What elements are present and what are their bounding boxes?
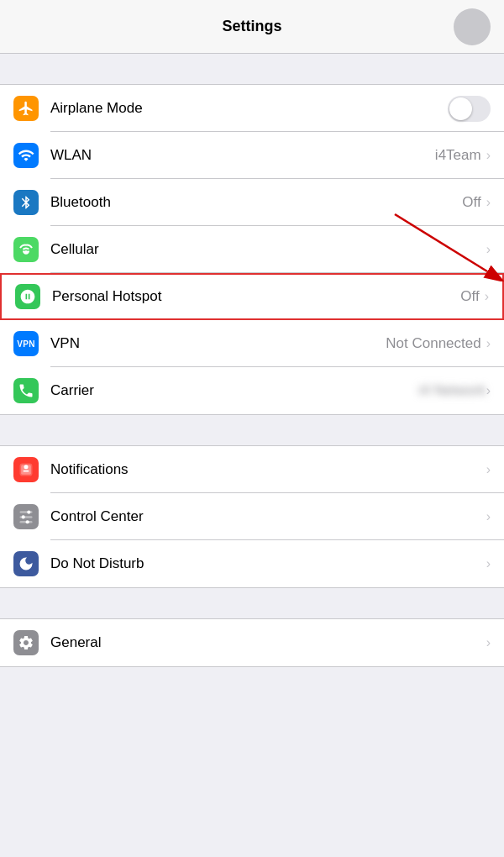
carrier-chevron: › (486, 383, 491, 398)
general-group: General › (0, 618, 504, 667)
cellular-chevron: › (486, 242, 491, 257)
wlan-chevron: › (486, 148, 491, 163)
personal-hotspot-label: Personal Hotspot (52, 288, 460, 305)
cellular-row[interactable]: Cellular › (0, 226, 504, 273)
general-row[interactable]: General › (0, 619, 504, 666)
system-group: Notifications › Control Center › Do Not … (0, 445, 504, 588)
bluetooth-chevron: › (486, 195, 491, 210)
section-gap-top (0, 54, 504, 84)
vpn-label: VPN (50, 335, 386, 352)
airplane-mode-icon (13, 96, 39, 121)
svg-rect-5 (24, 471, 29, 472)
personal-hotspot-row[interactable]: Personal Hotspot Off › (0, 273, 504, 320)
header: Settings (0, 0, 504, 54)
toggle-knob (449, 97, 472, 120)
wlan-row[interactable]: WLAN i4Team › (0, 132, 504, 179)
section-gap-bottom (0, 667, 504, 697)
carrier-label: Carrier (50, 382, 418, 399)
notifications-chevron: › (486, 462, 491, 477)
notifications-icon (13, 457, 39, 482)
cellular-icon (13, 237, 39, 262)
section-gap-2 (0, 415, 504, 445)
bluetooth-row[interactable]: Bluetooth Off › (0, 179, 504, 226)
vpn-chevron: › (486, 336, 491, 351)
do-not-disturb-label: Do Not Disturb (50, 555, 486, 572)
connectivity-group: Airplane Mode WLAN i4Team › Bluetooth Of… (0, 84, 504, 415)
personal-hotspot-value: Off (460, 288, 479, 305)
vpn-icon: VPN (13, 331, 39, 356)
do-not-disturb-icon (13, 551, 39, 576)
notifications-row[interactable]: Notifications › (0, 446, 504, 493)
carrier-row[interactable]: Carrier i4 Network › (0, 367, 504, 414)
airplane-mode-toggle[interactable] (448, 96, 491, 122)
control-center-chevron: › (486, 509, 491, 524)
vpn-row[interactable]: VPN VPN Not Connected › (0, 320, 504, 367)
wlan-label: WLAN (50, 147, 435, 164)
page-title: Settings (222, 18, 281, 35)
bluetooth-label: Bluetooth (50, 194, 462, 211)
vpn-value: Not Connected (386, 335, 480, 352)
cellular-label: Cellular (50, 241, 486, 258)
personal-hotspot-chevron: › (485, 289, 489, 304)
notifications-label: Notifications (50, 461, 486, 478)
personal-hotspot-icon (15, 284, 40, 309)
svg-point-7 (27, 511, 30, 514)
carrier-icon (13, 378, 39, 403)
do-not-disturb-row[interactable]: Do Not Disturb › (0, 540, 504, 587)
airplane-mode-label: Airplane Mode (50, 100, 448, 117)
control-center-icon (13, 504, 39, 529)
control-center-row[interactable]: Control Center › (0, 493, 504, 540)
svg-point-9 (22, 515, 25, 518)
svg-point-4 (24, 465, 29, 469)
hotspot-wrapper: Personal Hotspot Off › (0, 273, 504, 320)
bluetooth-icon (13, 190, 39, 215)
control-center-label: Control Center (50, 508, 486, 525)
section-gap-3 (0, 588, 504, 618)
avatar (454, 8, 491, 45)
wlan-icon (13, 143, 39, 168)
general-label: General (50, 634, 486, 651)
general-chevron: › (486, 635, 491, 650)
bluetooth-value: Off (462, 194, 480, 211)
airplane-mode-row[interactable]: Airplane Mode (0, 85, 504, 132)
carrier-value: i4 Network (418, 382, 486, 399)
wlan-value: i4Team (435, 147, 481, 164)
do-not-disturb-chevron: › (486, 556, 491, 571)
svg-point-11 (26, 520, 29, 523)
general-icon (13, 630, 39, 655)
